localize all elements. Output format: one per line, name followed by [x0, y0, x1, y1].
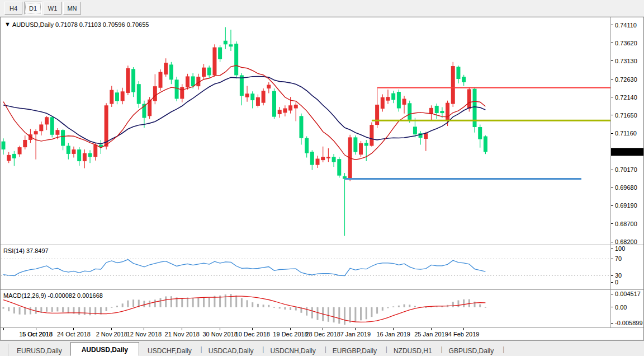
candle-body	[386, 97, 390, 101]
macd-bar	[235, 296, 237, 307]
price-tick-label: 0.68700	[615, 221, 637, 227]
macd-bar	[106, 307, 107, 311]
candle-body	[364, 143, 368, 146]
macd-bar	[479, 305, 481, 307]
macd-bar	[24, 307, 26, 315]
macd-bar	[165, 296, 167, 307]
candle-body	[267, 85, 271, 89]
candle-body	[126, 68, 130, 93]
macd-bar	[392, 306, 394, 307]
candle-body	[224, 41, 228, 45]
candle-body	[484, 137, 487, 152]
timeframe-button-d1[interactable]: D1	[24, 2, 42, 15]
candle-body	[88, 153, 92, 157]
candle-body	[2, 142, 6, 149]
candle-body	[283, 109, 287, 113]
macd-bar	[19, 307, 21, 315]
macd-bar	[143, 301, 145, 307]
candle-body	[446, 103, 449, 121]
price-tick-label: 0.68200	[615, 238, 637, 245]
macd-bar	[160, 298, 162, 307]
tab-usdcnh-daily[interactable]: USDCNH,Daily	[262, 344, 324, 356]
macd-tick-label: -0.005899	[615, 320, 643, 326]
tab-eurgbp-daily[interactable]: EURGBP,Daily	[324, 344, 385, 356]
rsi-tick-label: 100	[615, 245, 625, 252]
timeframe-button-h4[interactable]: H4	[4, 2, 22, 15]
macd-bar	[30, 307, 31, 315]
tab-audusd-daily[interactable]: AUDUSD,Daily	[70, 342, 139, 356]
macd-tick-label: 0.004517	[615, 291, 641, 297]
macd-bar	[328, 307, 329, 322]
chart-canvas[interactable]: ▼AUDUSD,Daily 0.71078 0.71103 0.70596 0.…	[0, 17, 644, 340]
price-tick-label: 0.73130	[615, 58, 637, 64]
price-tick-label: 0.72630	[615, 76, 637, 83]
candle-body	[164, 63, 168, 74]
candle-body	[115, 92, 119, 101]
candle-body	[294, 105, 298, 109]
macd-bar	[132, 299, 134, 307]
macd-bar	[247, 300, 248, 307]
candle-body	[77, 149, 81, 161]
candle-body	[478, 127, 482, 139]
candle-body	[413, 127, 417, 134]
candle-body	[381, 97, 385, 109]
candle-body	[207, 68, 211, 76]
candle-body	[408, 103, 411, 120]
tab-usdcad-daily[interactable]: USDCAD,Daily	[200, 344, 262, 356]
macd-bar	[279, 307, 281, 308]
macd-bar	[263, 305, 264, 307]
price-tick-label: 0.70170	[615, 166, 637, 173]
candle-body	[50, 117, 54, 135]
macd-bar	[425, 307, 427, 308]
macd-bar	[349, 307, 351, 322]
timeframe-button-w1[interactable]: W1	[44, 2, 61, 15]
candle-body	[218, 48, 222, 59]
candle-body	[245, 93, 249, 97]
macd-bar	[376, 307, 378, 314]
price-tick-label: 0.72140	[615, 94, 637, 101]
candle-body	[391, 93, 395, 100]
candle-body	[175, 79, 179, 99]
candle-body	[83, 153, 87, 161]
candle-body	[402, 99, 406, 105]
candle-body	[12, 154, 16, 158]
date-tick-label: 21 Nov 2018	[165, 331, 200, 338]
candle-body	[467, 89, 471, 109]
date-tick-label: 28 Dec 2018	[306, 331, 340, 338]
rsi-tick-label: 0	[615, 279, 618, 285]
tab-scroll-gutter[interactable]	[0, 344, 8, 356]
candle-body	[23, 140, 27, 147]
badge-price: 0.70655	[613, 148, 635, 155]
rsi-tick-label: 30	[615, 272, 622, 279]
candle-body	[424, 133, 428, 139]
candle-body	[353, 137, 357, 152]
macd-bar	[127, 301, 129, 307]
date-tick-label: 2 Nov 2018	[96, 331, 127, 338]
tab-nzdusd-h1[interactable]: NZDUSD,H1	[385, 344, 441, 356]
macd-bar	[35, 307, 37, 314]
macd-bar	[230, 294, 231, 307]
tab-gbpusd-daily[interactable]: GBPUSD,Daily	[441, 344, 503, 356]
candle-body	[186, 76, 190, 87]
candle-body	[39, 124, 43, 131]
candle-body	[440, 111, 444, 113]
candle-body	[473, 89, 477, 127]
macd-bar	[268, 305, 269, 307]
macd-bar	[116, 306, 118, 307]
date-tick-label: 7 Jan 2019	[340, 331, 371, 338]
macd-bar	[8, 307, 10, 311]
tab-eurusd-daily[interactable]: EURUSD,Daily	[8, 344, 70, 356]
macd-bar	[457, 301, 459, 307]
macd-bar	[409, 305, 410, 307]
candle-body	[72, 149, 75, 154]
candle-body	[272, 91, 276, 117]
macd-bar	[414, 306, 416, 307]
macd-bar	[46, 307, 48, 312]
candle-body	[93, 145, 97, 157]
candle-body	[7, 155, 11, 161]
macd-bar	[317, 307, 319, 320]
tab-usdchf-daily[interactable]: USDCHF,Daily	[139, 344, 200, 356]
date-tick-label: 24 Oct 2018	[57, 331, 91, 338]
macd-bar	[333, 307, 335, 322]
timeframe-button-mn[interactable]: MN	[63, 2, 81, 15]
